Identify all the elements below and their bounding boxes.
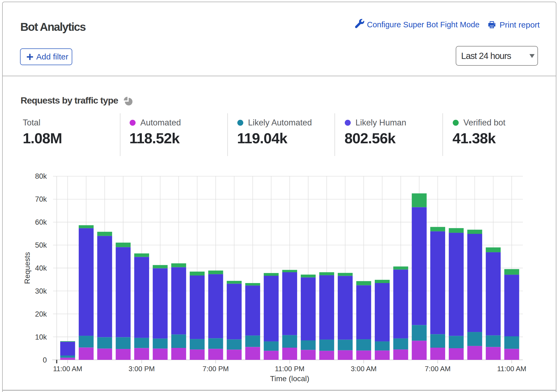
svg-text:Time (local): Time (local) [270,374,309,383]
svg-text:40k: 40k [35,264,47,272]
svg-text:3:00 PM: 3:00 PM [129,365,155,373]
svg-text:11:00 AM: 11:00 AM [497,365,526,373]
svg-text:7:00 PM: 7:00 PM [203,365,229,373]
svg-text:11:00 PM: 11:00 PM [275,365,304,373]
svg-text:20k: 20k [35,310,47,318]
svg-text:0: 0 [43,356,47,364]
svg-text:10k: 10k [35,333,47,341]
svg-text:7:00 AM: 7:00 AM [425,365,451,373]
svg-text:60k: 60k [35,218,47,226]
svg-text:3:00 AM: 3:00 AM [351,365,376,373]
svg-text:30k: 30k [35,287,47,295]
svg-text:11:00 AM: 11:00 AM [53,365,82,373]
svg-text:50k: 50k [35,241,47,249]
svg-text:80k: 80k [35,172,47,180]
svg-text:70k: 70k [35,195,47,203]
svg-text:Requests: Requests [23,252,31,284]
